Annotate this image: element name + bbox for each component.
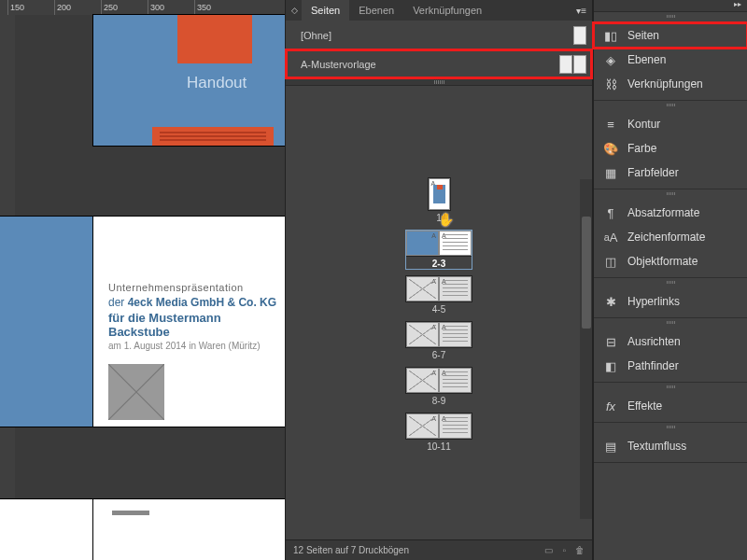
- document-page-5[interactable]: [93, 499, 285, 560]
- dock-pathfinder-label: Pathfinder: [627, 359, 679, 372]
- spread-4-5[interactable]: 4-5: [406, 276, 472, 315]
- ruler-horizontal: 150 200 250 300 350: [0, 0, 285, 15]
- dock-item-effekte[interactable]: fx Effekte: [594, 394, 747, 418]
- master-a-label: A-Mustervorlage: [301, 59, 376, 70]
- spread-2-3-label: 2-3: [432, 259, 445, 269]
- dock-hyperlinks-label: Hyperlinks: [627, 295, 680, 308]
- spread-8-9[interactable]: 8-9: [406, 368, 472, 406]
- spread-10-11[interactable]: 10-11: [406, 413, 472, 452]
- tab-collapse-icon[interactable]: ◇: [286, 6, 302, 15]
- document-page-4[interactable]: [0, 499, 93, 560]
- dock-ausrichten-label: Ausrichten: [627, 335, 681, 348]
- document-page-3[interactable]: Unternehmenspräsentation der 4eck Media …: [93, 217, 285, 427]
- dock-collapse-icon[interactable]: ▸▸: [594, 0, 747, 12]
- ruler-tick: 250: [101, 0, 148, 15]
- links-icon: ⛓: [603, 77, 618, 91]
- dock-seiten-label: Seiten: [627, 29, 659, 42]
- master-a-thumb: [559, 55, 586, 74]
- align-icon: ⊟: [603, 334, 618, 349]
- dock-item-hyperlinks[interactable]: ✱ Hyperlinks: [594, 289, 747, 314]
- character-styles-icon: aA: [603, 230, 618, 245]
- ruler-tick: 150: [7, 0, 54, 15]
- page-thumbnails: 1 ✋ 2-3 4-5 6-7 8-9 10-11: [286, 90, 592, 539]
- dock-item-objektformate[interactable]: ◫ Objektformate: [594, 249, 747, 273]
- dock-farbfelder-label: Farbfelder: [627, 166, 679, 179]
- page3-image-placeholder[interactable]: [108, 364, 164, 420]
- panel-divider[interactable]: [286, 78, 592, 86]
- object-styles-icon: ◫: [603, 254, 618, 269]
- spread-1-label: 1: [436, 213, 442, 223]
- spread-10-11-label: 10-11: [427, 441, 451, 452]
- page3-line2: der 4eck Media GmbH & Co. KG: [108, 296, 277, 309]
- swatches-icon: ▦: [603, 165, 618, 180]
- tab-ebenen[interactable]: Ebenen: [349, 0, 403, 21]
- document-page-2[interactable]: [0, 217, 93, 427]
- dock-objekt-label: Objektformate: [627, 255, 698, 268]
- delete-page-icon[interactable]: 🗑: [575, 545, 585, 555]
- document-page-1[interactable]: Handout: [93, 15, 285, 146]
- dock-item-kontur[interactable]: ≡ Kontur: [594, 112, 747, 136]
- master-pages-section: [Ohne] A-Mustervorlage: [286, 21, 592, 78]
- page1-title: Handout: [187, 74, 247, 92]
- page1-accent-bottom: [152, 127, 274, 146]
- dock-item-farbfelder[interactable]: ▦ Farbfelder: [594, 161, 747, 185]
- dock-item-verknuepfungen[interactable]: ⛓ Verknüpfungen: [594, 72, 747, 96]
- dock-kontur-label: Kontur: [627, 118, 660, 131]
- dock-item-ausrichten[interactable]: ⊟ Ausrichten: [594, 329, 747, 354]
- document-canvas[interactable]: 150 200 250 300 350 Handout Unternehmens…: [0, 0, 285, 560]
- edit-page-size-icon[interactable]: ▭: [544, 545, 553, 555]
- spread-6-7[interactable]: 6-7: [406, 322, 472, 360]
- master-row-none[interactable]: [Ohne]: [286, 21, 592, 49]
- pages-icon: ▮▯: [603, 28, 618, 43]
- tab-verknuepfungen[interactable]: Verknüpfungen: [403, 0, 491, 21]
- dock-zeichen-label: Zeichenformate: [627, 231, 705, 244]
- dock-item-seiten[interactable]: ▮▯ Seiten: [594, 23, 747, 48]
- page3-line4: am 1. August 2014 in Waren (Müritz): [108, 341, 277, 351]
- page3-heading: Unternehmenspräsentation: [108, 282, 277, 293]
- textwrap-icon: ▤: [603, 439, 618, 454]
- ruler-tick: 200: [54, 0, 101, 15]
- pages-panel-footer: 12 Seiten auf 7 Druckbögen ▭ ▫ 🗑: [286, 539, 592, 560]
- dock-item-pathfinder[interactable]: ◧ Pathfinder: [594, 354, 747, 378]
- tab-seiten[interactable]: Seiten: [302, 0, 349, 21]
- dock-absatz-label: Absatzformate: [627, 206, 699, 219]
- master-none-thumb: [573, 26, 586, 45]
- spread-1[interactable]: 1 ✋: [429, 178, 450, 223]
- page1-accent-top: [177, 15, 252, 63]
- pathfinder-icon: ◧: [603, 358, 618, 373]
- spread-6-7-label: 6-7: [432, 350, 445, 360]
- dock-item-ebenen[interactable]: ◈ Ebenen: [594, 48, 747, 72]
- effects-icon: fx: [603, 399, 618, 413]
- page3-line3: für die Mustermann Backstube: [108, 311, 277, 339]
- page-count-label: 12 Seiten auf 7 Druckbögen: [293, 545, 409, 555]
- new-page-icon[interactable]: ▫: [562, 545, 566, 555]
- hyperlinks-icon: ✱: [603, 294, 618, 309]
- spread-2-3[interactable]: 2-3: [406, 231, 472, 269]
- dock-textumfluss-label: Textumfluss: [627, 440, 686, 453]
- dock-effekte-label: Effekte: [627, 399, 662, 413]
- dock-item-absatzformate[interactable]: ¶ Absatzformate: [594, 201, 747, 225]
- ruler-tick: 300: [148, 0, 194, 15]
- pages-panel: ◇ Seiten Ebenen Verknüpfungen ▾≡ [Ohne] …: [285, 0, 593, 560]
- ruler-tick: 350: [194, 0, 241, 15]
- panel-dock: ▸▸ ▮▯ Seiten ◈ Ebenen ⛓ Verknüpfungen ≡ …: [593, 0, 747, 560]
- thumbnails-scrollbar[interactable]: [580, 179, 592, 519]
- dock-ebenen-label: Ebenen: [627, 53, 666, 66]
- dock-item-textumfluss[interactable]: ▤ Textumfluss: [594, 434, 747, 458]
- layers-icon: ◈: [603, 52, 618, 67]
- paragraph-styles-icon: ¶: [603, 205, 618, 220]
- master-none-label: [Ohne]: [301, 30, 331, 41]
- dock-verk-label: Verknüpfungen: [627, 77, 703, 91]
- dock-item-zeichenformate[interactable]: aA Zeichenformate: [594, 225, 747, 249]
- spread-4-5-label: 4-5: [432, 304, 445, 315]
- panel-tabs: ◇ Seiten Ebenen Verknüpfungen ▾≡: [286, 0, 592, 21]
- dock-item-farbe[interactable]: 🎨 Farbe: [594, 136, 747, 161]
- master-row-a-mustervorlage[interactable]: A-Mustervorlage: [286, 49, 592, 78]
- color-icon: 🎨: [603, 141, 618, 156]
- spread-8-9-label: 8-9: [432, 396, 445, 406]
- dock-farbe-label: Farbe: [627, 142, 656, 155]
- stroke-icon: ≡: [603, 117, 618, 132]
- panel-menu-icon[interactable]: ▾≡: [571, 6, 592, 16]
